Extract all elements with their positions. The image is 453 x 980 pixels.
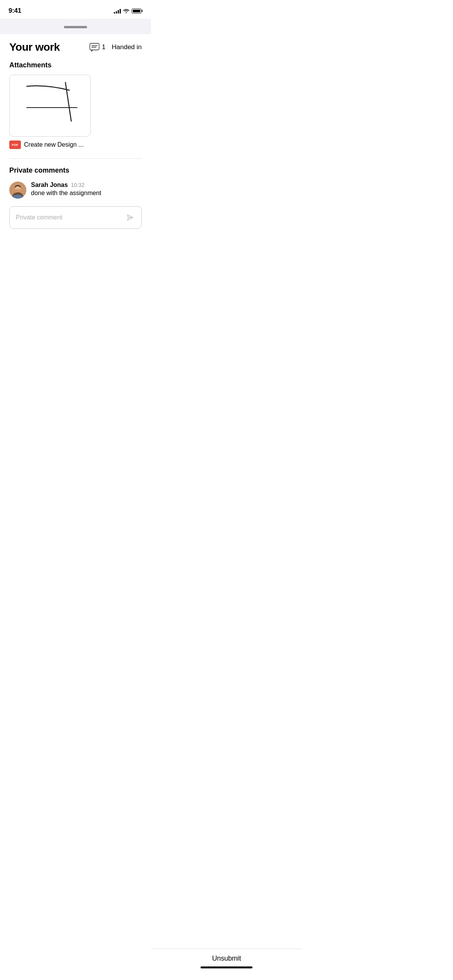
main-content: Your work 1 Handed in Attachments	[0, 34, 151, 267]
comment-item: Sarah Jonas 10:32 done with the assignme…	[9, 182, 142, 199]
handed-in-badge: Handed in	[112, 43, 142, 51]
comment-count: 1	[102, 43, 105, 51]
private-comments-title: Private comments	[9, 166, 142, 175]
avatar	[9, 182, 26, 199]
avatar-image	[9, 182, 26, 199]
header-right: 1 Handed in	[89, 43, 142, 51]
status-icons	[114, 9, 142, 14]
pdf-badge: PDF	[9, 140, 21, 149]
drag-handle-bar	[0, 19, 151, 34]
battery-icon	[132, 9, 142, 14]
status-time: 9:41	[9, 7, 21, 15]
send-button[interactable]	[124, 212, 135, 223]
section-divider	[9, 158, 142, 159]
header-row: Your work 1 Handed in	[9, 34, 142, 57]
comment-body: Sarah Jonas 10:32 done with the assignme…	[31, 182, 142, 197]
comment-icon	[89, 43, 100, 51]
send-icon	[126, 214, 134, 221]
attachment-filename: Create new Design ...	[24, 141, 84, 148]
signal-icon	[114, 9, 121, 14]
comment-count-wrapper[interactable]: 1	[89, 43, 105, 51]
comment-time: 10:32	[71, 182, 84, 188]
svg-rect-0	[90, 43, 99, 50]
attachments-section: Attachments PDF Create new Design ...	[9, 61, 142, 149]
private-comments-section: Private comments Sarah Jonas	[9, 166, 142, 229]
attachment-preview-svg	[15, 79, 85, 133]
status-bar: 9:41	[0, 0, 151, 19]
comment-text: done with the assignment	[31, 190, 142, 197]
drag-handle[interactable]	[64, 26, 87, 28]
attachment-thumbnail[interactable]	[9, 75, 91, 137]
wifi-icon	[123, 9, 129, 13]
page-title: Your work	[9, 41, 60, 53]
comment-author: Sarah Jonas	[31, 182, 68, 188]
private-comment-input[interactable]	[16, 214, 124, 221]
attachment-label-row[interactable]: PDF Create new Design ...	[9, 140, 142, 149]
comment-input-wrapper[interactable]	[9, 206, 142, 229]
comment-author-row: Sarah Jonas 10:32	[31, 182, 142, 188]
attachments-title: Attachments	[9, 61, 142, 69]
pdf-badge-text: PDF	[12, 143, 19, 147]
